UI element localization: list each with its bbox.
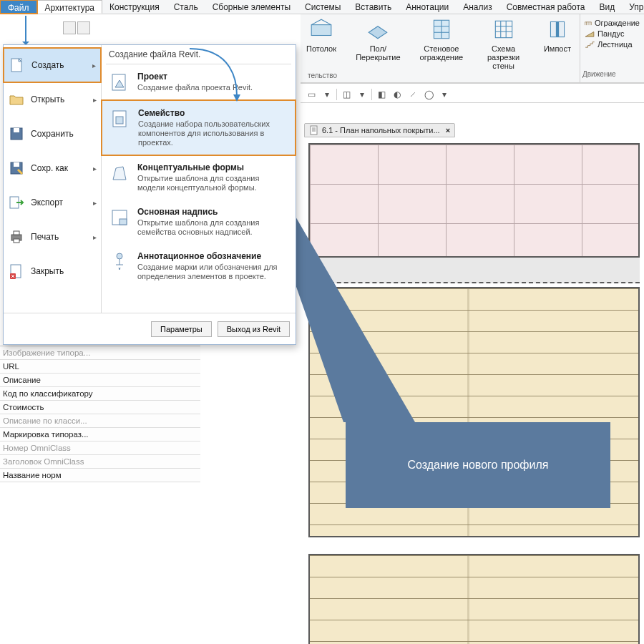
toolbar-button[interactable]: ◯ bbox=[422, 88, 435, 101]
menu-manage[interactable]: Управ bbox=[622, 0, 644, 14]
qat-button[interactable] bbox=[77, 21, 90, 34]
app-menu-print[interactable]: Печать ▸ bbox=[4, 220, 101, 254]
app-menu-save[interactable]: Сохранить bbox=[4, 117, 101, 151]
menu-collaborate[interactable]: Совместная работа bbox=[499, 0, 592, 14]
app-menu-option-desc: Создание марки или обозначения для опред… bbox=[137, 263, 288, 281]
menu-view[interactable]: Вид bbox=[592, 0, 622, 14]
menu-annotations[interactable]: Аннотации bbox=[399, 0, 456, 14]
app-menu-open[interactable]: Открыть ▸ bbox=[4, 82, 101, 117]
ribbon-group-build-label: тельство bbox=[308, 72, 337, 79]
menu-construction[interactable]: Конструкция bbox=[102, 0, 167, 14]
property-row[interactable]: Маркировка типораз... bbox=[0, 428, 200, 441]
svg-rect-25 bbox=[119, 219, 127, 225]
menu-steel[interactable]: Сталь bbox=[167, 0, 205, 14]
app-menu-new-project[interactable]: Проект Создание файла проекта Revit. bbox=[102, 64, 296, 100]
ribbon-curtain-wall[interactable]: Стеновое ограждение bbox=[414, 14, 469, 82]
svg-rect-7 bbox=[311, 126, 317, 135]
toolbar-button[interactable]: ▭ bbox=[305, 88, 318, 101]
stair-icon bbox=[585, 41, 595, 48]
menu-analyze[interactable]: Анализ bbox=[456, 0, 499, 14]
app-menu-new-annotation-symbol[interactable]: Аннотационное обозначение Создание марки… bbox=[102, 244, 296, 288]
property-row[interactable]: Заголовок OmniClass bbox=[0, 455, 200, 469]
view-tab[interactable]: 6.1 - План напольных покрыти... × bbox=[304, 123, 455, 137]
property-row[interactable]: Описание по класси... bbox=[0, 414, 200, 428]
app-menu-item-label: Печать bbox=[31, 232, 59, 242]
drawing-canvas[interactable] bbox=[304, 140, 644, 644]
ribbon-label: Схема разрезки стены bbox=[477, 44, 530, 70]
export-icon bbox=[8, 194, 25, 211]
app-menu-new-family[interactable]: Семейство Создание набора пользовательск… bbox=[102, 100, 296, 155]
app-menu-create[interactable]: Создать ▸ bbox=[4, 48, 101, 82]
annotation-symbol-icon bbox=[109, 251, 130, 273]
divider bbox=[371, 89, 372, 100]
app-menu-option-title: Проект bbox=[137, 72, 253, 82]
toolbar-button[interactable]: ◫ bbox=[340, 88, 353, 101]
app-menu-option-desc: Открытие шаблона для создания модели кон… bbox=[137, 174, 288, 192]
property-row[interactable]: Номер OmniClass bbox=[0, 441, 200, 455]
ribbon-stair[interactable]: Лестница bbox=[585, 40, 640, 49]
exit-revit-button[interactable]: Выход из Revit bbox=[218, 321, 290, 337]
ribbon-label: Пол/Перекрытие bbox=[351, 44, 406, 62]
app-menu-item-label: Создать bbox=[31, 60, 64, 70]
view-tab-bar: 6.1 - План напольных покрыти... × bbox=[304, 122, 644, 139]
ribbon-floor[interactable]: Пол/Перекрытие bbox=[345, 14, 411, 82]
menu-architecture[interactable]: Архитектура bbox=[37, 0, 103, 14]
app-menu-option-title: Семейство bbox=[138, 108, 288, 118]
ribbon-item-label: Лестница bbox=[597, 40, 633, 49]
menu-bar: Файл Архитектура Конструкция Сталь Сборн… bbox=[0, 0, 644, 14]
property-name: Описание по класси... bbox=[3, 416, 146, 425]
ribbon-label: Потолок bbox=[306, 44, 336, 53]
toolbar-button[interactable]: ⟋ bbox=[406, 88, 419, 101]
toolbar-button[interactable]: ◧ bbox=[375, 88, 388, 101]
divider bbox=[301, 83, 644, 84]
property-name: Изображение типора... bbox=[3, 348, 146, 357]
railing-icon bbox=[585, 19, 592, 26]
ribbon-item-label: Ограждение bbox=[595, 19, 640, 27]
app-menu-option-title: Аннотационное обозначение bbox=[137, 251, 288, 261]
ribbon-railing[interactable]: Ограждение bbox=[585, 19, 640, 27]
ribbon-label: Стеновое ограждение bbox=[420, 44, 464, 62]
ribbon-mullion[interactable]: Импост bbox=[538, 14, 577, 82]
chevron-right-icon: ▸ bbox=[92, 62, 96, 69]
options-button[interactable]: Параметры bbox=[151, 321, 212, 337]
toolbar-dropdown[interactable]: ▾ bbox=[438, 88, 451, 101]
toolbar-dropdown[interactable]: ▾ bbox=[321, 88, 333, 101]
toolbar-button[interactable]: ◐ bbox=[391, 88, 404, 101]
property-name: URL bbox=[3, 362, 146, 371]
property-row[interactable]: Название норм bbox=[0, 469, 200, 482]
app-menu-save-as[interactable]: Сохр. как ▸ bbox=[4, 151, 101, 185]
menu-systems[interactable]: Системы bbox=[298, 0, 348, 14]
svg-rect-18 bbox=[14, 239, 19, 243]
app-menu-option-title: Концептуальные формы bbox=[137, 162, 288, 172]
app-menu-close[interactable]: Закрыть bbox=[4, 254, 101, 288]
property-row[interactable]: Стоимость bbox=[0, 401, 200, 414]
ribbon-curtain-grid[interactable]: Схема разрезки стены bbox=[472, 14, 535, 82]
floor-region-tile bbox=[308, 143, 640, 258]
app-menu-new-conceptual-mass[interactable]: Концептуальные формы Открытие шаблона дл… bbox=[102, 155, 296, 200]
svg-marker-6 bbox=[585, 32, 594, 37]
property-row[interactable]: URL bbox=[0, 360, 200, 374]
property-row[interactable]: Описание bbox=[0, 374, 200, 387]
callout-text: Создание нового профиля bbox=[408, 459, 549, 472]
toolbar-dropdown[interactable]: ▾ bbox=[356, 88, 369, 101]
new-file-icon bbox=[9, 57, 26, 74]
app-menu-new-titleblock[interactable]: Основная надпись Открытие шаблона для со… bbox=[102, 200, 296, 244]
property-name: Маркировка типораз... bbox=[3, 430, 146, 439]
app-menu-option-desc: Открытие шаблона для создания семейства … bbox=[137, 218, 288, 237]
floor-region-band bbox=[308, 258, 640, 283]
menu-precast[interactable]: Сборные элементы bbox=[205, 0, 298, 14]
ribbon-item-label: Пандус bbox=[597, 29, 624, 38]
app-menu-item-label: Сохр. как bbox=[31, 163, 68, 173]
floor-region-brick bbox=[308, 554, 640, 644]
qat-button[interactable] bbox=[63, 21, 76, 34]
app-menu-export[interactable]: Экспорт ▸ bbox=[4, 185, 101, 220]
property-row[interactable]: Код по классификатору bbox=[0, 387, 200, 401]
svg-marker-1 bbox=[369, 26, 388, 39]
property-name: Описание bbox=[3, 376, 146, 384]
property-row[interactable]: Изображение типора... bbox=[0, 346, 200, 360]
menu-file[interactable]: Файл bbox=[0, 0, 37, 14]
svg-rect-17 bbox=[14, 231, 19, 235]
ribbon-ramp[interactable]: Пандус bbox=[585, 29, 640, 38]
close-tab-button[interactable]: × bbox=[446, 126, 450, 135]
menu-insert[interactable]: Вставить bbox=[348, 0, 399, 14]
